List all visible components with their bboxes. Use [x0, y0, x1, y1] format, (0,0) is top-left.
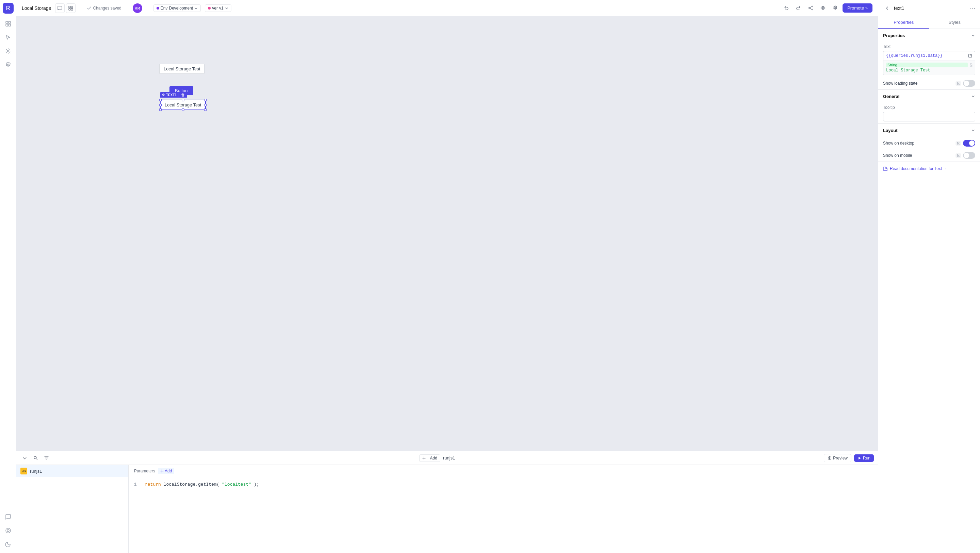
preview-toggle-btn[interactable] — [818, 3, 827, 13]
sidebar-icon-cursor[interactable] — [2, 31, 14, 43]
topbar: Local Storage Changes saved KR Env Devel… — [16, 0, 878, 16]
tab-styles[interactable]: Styles — [929, 16, 980, 29]
right-panel: text1 ⋯ Properties Styles Properties Tex… — [878, 0, 980, 553]
code-line-1: 1 return localStorage.getItem( "localtes… — [134, 481, 872, 488]
tooltip-row: Tooltip — [878, 103, 980, 124]
show-mobile-label: Show on mobile — [883, 153, 912, 158]
add-icon — [422, 456, 426, 460]
run-button[interactable]: Run — [854, 454, 874, 462]
handle-tm[interactable] — [182, 99, 184, 101]
line-number-1: 1 — [134, 481, 140, 488]
query-item-label: runjs1 — [30, 469, 42, 474]
text-component-icon: ⚙ — [162, 93, 165, 97]
bottom-panel: + Add runjs1 Preview Run — [16, 451, 878, 553]
delete-component-btn[interactable]: 🗑 — [181, 93, 185, 97]
sidebar-icon-cog[interactable] — [2, 59, 14, 71]
grid-btn[interactable] — [66, 3, 76, 13]
svg-rect-8 — [69, 6, 70, 8]
svg-point-14 — [808, 8, 810, 8]
text-prop-input-box: {{queries.runjs1.data}} String Local Sto… — [883, 51, 975, 75]
show-loading-toggle[interactable] — [963, 80, 975, 87]
handle-mr[interactable] — [204, 104, 207, 106]
svg-rect-10 — [69, 8, 70, 10]
params-add-button[interactable]: Add — [158, 468, 174, 474]
svg-rect-3 — [8, 24, 11, 26]
show-loading-toggle-group: fx — [956, 80, 975, 87]
tab-properties[interactable]: Properties — [878, 16, 929, 29]
show-mobile-thumb — [964, 153, 969, 158]
code-editor[interactable]: 1 return localStorage.getItem( "localtes… — [129, 477, 878, 553]
handle-bl[interactable] — [159, 108, 162, 111]
canvas-selected-text[interactable]: Local Storage Test — [160, 100, 206, 110]
show-desktop-toggle[interactable] — [963, 140, 975, 146]
panel-search-btn[interactable] — [31, 454, 40, 462]
properties-section-header[interactable]: Properties — [878, 29, 980, 42]
show-mobile-row: Show on mobile fx — [878, 149, 980, 162]
sidebar-icon-moon[interactable] — [2, 538, 14, 550]
query-add-button[interactable]: + Add — [419, 454, 440, 462]
tooltip-input[interactable] — [883, 112, 975, 121]
env-selector[interactable]: Env Development — [153, 5, 201, 12]
ver-indicator — [208, 7, 211, 10]
canvas[interactable]: Local Storage Test Button ⚙ TEXT1 🗑 Loca… — [16, 16, 878, 451]
text-prop-value: {{queries.runjs1.data}} — [886, 53, 966, 58]
canvas-selected-wrapper[interactable]: ⚙ TEXT1 🗑 Local Storage Test — [160, 100, 206, 110]
show-mobile-fx-badge: fx — [956, 153, 961, 158]
sidebar-icon-pages[interactable] — [2, 17, 14, 30]
panel-query-tab: runjs1 — [443, 455, 455, 461]
sidebar-icon-settings[interactable] — [2, 45, 14, 57]
settings-btn[interactable] — [830, 3, 840, 13]
topbar-divider-1 — [81, 5, 81, 11]
params-add-label: Add — [165, 469, 172, 474]
docs-icon — [883, 166, 888, 171]
app-logo[interactable]: R — [3, 3, 14, 14]
undo-btn[interactable] — [781, 3, 791, 13]
copy-icon[interactable]: ⎘ — [970, 63, 972, 67]
redo-btn[interactable] — [794, 3, 803, 13]
handle-tl[interactable] — [159, 99, 162, 101]
handle-ml[interactable] — [159, 104, 162, 106]
share-btn[interactable] — [806, 3, 815, 13]
properties-section-title: Properties — [883, 33, 905, 38]
rp-content: Properties Text {{queries.runjs1.data}} … — [878, 29, 980, 553]
sidebar-icon-preview[interactable] — [2, 524, 14, 537]
main-container: Local Storage Changes saved KR Env Devel… — [16, 0, 878, 553]
ver-selector[interactable]: ver v1 — [205, 5, 231, 12]
panel-right-actions: Preview Run — [824, 454, 874, 462]
handle-br[interactable] — [204, 108, 207, 111]
show-desktop-thumb — [969, 140, 975, 146]
rp-more-button[interactable]: ⋯ — [969, 5, 975, 12]
sidebar-icon-chat[interactable] — [2, 511, 14, 523]
svg-point-4 — [7, 50, 9, 52]
show-mobile-toggle[interactable] — [963, 152, 975, 159]
panel-filter-btn[interactable] — [42, 454, 50, 462]
handle-bm[interactable] — [182, 108, 184, 111]
general-section-title: General — [883, 94, 899, 99]
env-value: Development — [169, 6, 193, 11]
handle-tr[interactable] — [204, 99, 207, 101]
svg-point-15 — [822, 8, 824, 9]
layout-section-header[interactable]: Layout — [878, 124, 980, 137]
code-method: localStorage.getItem( — [164, 482, 220, 487]
query-item-runjs1[interactable]: JS runjs1 — [16, 465, 128, 477]
svg-rect-11 — [71, 8, 73, 10]
code-punct: ); — [254, 482, 259, 487]
rp-back-button[interactable] — [883, 4, 891, 12]
env-chevron-icon — [194, 6, 198, 10]
app-title: Local Storage — [22, 5, 51, 11]
run-icon — [858, 456, 862, 460]
canvas-text-box-1[interactable]: Local Storage Test — [159, 64, 205, 74]
topbar-divider-3 — [148, 5, 148, 11]
user-avatar[interactable]: KR — [133, 3, 142, 13]
general-section-header[interactable]: General — [878, 90, 980, 103]
workspace: Local Storage Test Button ⚙ TEXT1 🗑 Loca… — [16, 16, 878, 553]
preview-button[interactable]: Preview — [824, 454, 851, 462]
panel-collapse-btn[interactable] — [21, 454, 29, 462]
show-loading-fx-badge: fx — [956, 81, 961, 86]
query-js-badge: JS — [21, 468, 27, 474]
read-docs-link[interactable]: Read documentation for Text → — [878, 162, 980, 175]
comment-btn[interactable] — [55, 3, 65, 13]
topbar-actions — [55, 3, 76, 13]
text-value-row[interactable]: {{queries.runjs1.data}} — [883, 51, 975, 60]
promote-button[interactable]: Promote » — [843, 3, 872, 13]
